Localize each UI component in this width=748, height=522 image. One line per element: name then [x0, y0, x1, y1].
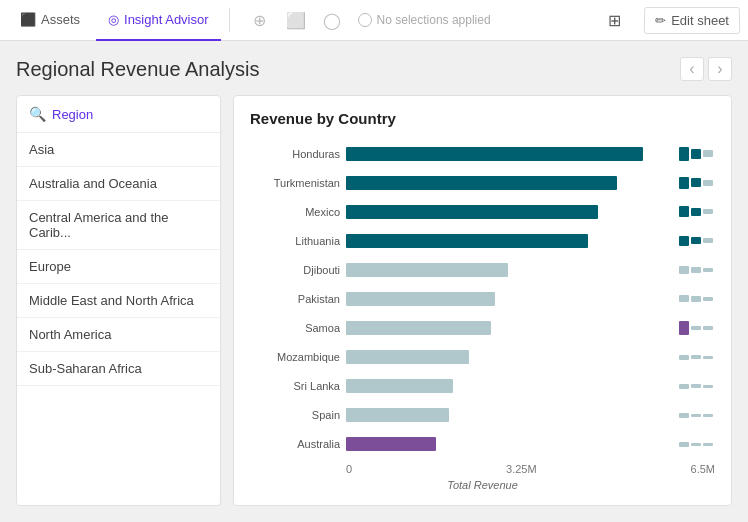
- no-selections-label: No selections applied: [377, 13, 491, 27]
- sidebar-field-label: Region: [52, 107, 93, 122]
- bar-row: Sri Lanka: [250, 375, 715, 397]
- sidebar-item-asia[interactable]: Asia: [17, 133, 220, 167]
- bar-row: Turkmenistan: [250, 172, 715, 194]
- toolbar: ⊕ ⬜ ◯: [246, 6, 346, 34]
- edit-sheet-button[interactable]: ✏ Edit sheet: [644, 7, 740, 34]
- bar-track: [346, 292, 669, 306]
- tab-insight-advisor[interactable]: ◎ Insight Advisor: [96, 0, 221, 41]
- chart-area: HondurasTurkmenistanMexicoLithuaniaDjibo…: [250, 139, 715, 491]
- bar-label: Mozambique: [250, 351, 340, 363]
- lasso-icon[interactable]: ⊕: [246, 6, 274, 34]
- sidebar-item-central-america[interactable]: Central America and the Carib...: [17, 201, 220, 250]
- mini-bars: [679, 384, 715, 389]
- bar-label: Pakistan: [250, 293, 340, 305]
- x-label-325m: 3.25M: [506, 463, 537, 475]
- bar-fill: [346, 379, 453, 393]
- bar-label: Honduras: [250, 148, 340, 160]
- assets-label: Assets: [41, 12, 80, 27]
- mini-bar: [679, 355, 689, 360]
- bar-label: Mexico: [250, 206, 340, 218]
- chart-x-title: Total Revenue: [250, 479, 715, 491]
- bar-label: Sri Lanka: [250, 380, 340, 392]
- bar-fill: [346, 147, 643, 161]
- bar-track: [346, 321, 669, 335]
- mini-bars: [679, 321, 715, 335]
- x-label-65m: 6.5M: [691, 463, 715, 475]
- sidebar: 🔍 Region Asia Australia and Oceania Cent…: [16, 95, 221, 506]
- sidebar-item-europe[interactable]: Europe: [17, 250, 220, 284]
- bar-track: [346, 379, 669, 393]
- next-arrow[interactable]: ›: [708, 57, 732, 81]
- mini-bar: [691, 178, 701, 187]
- mini-bars: [679, 413, 715, 418]
- mini-bar: [691, 267, 701, 273]
- mini-bar: [703, 268, 713, 272]
- bar-label: Australia: [250, 438, 340, 450]
- bar-label: Spain: [250, 409, 340, 421]
- mini-bar: [679, 384, 689, 389]
- bar-fill: [346, 176, 617, 190]
- bar-fill: [346, 321, 491, 335]
- x-axis-labels: 0 3.25M 6.5M: [346, 463, 715, 475]
- mini-bar: [703, 209, 713, 214]
- bar-track: [346, 350, 669, 364]
- insight-advisor-label: Insight Advisor: [124, 12, 209, 27]
- bar-fill: [346, 205, 598, 219]
- mini-bar: [679, 321, 689, 335]
- rectangle-select-icon[interactable]: ⬜: [282, 6, 310, 34]
- sidebar-list: Asia Australia and Oceania Central Ameri…: [17, 133, 220, 505]
- bar-fill: [346, 437, 436, 451]
- page-header: Regional Revenue Analysis ‹ ›: [16, 57, 732, 81]
- mini-bar: [703, 385, 713, 388]
- mini-bar: [691, 443, 701, 446]
- sidebar-item-sub-saharan[interactable]: Sub-Saharan Africa: [17, 352, 220, 386]
- mini-bar: [691, 237, 701, 244]
- mini-bar: [691, 208, 701, 216]
- grid-view-icon[interactable]: ⊞: [600, 6, 628, 34]
- mini-bars: [679, 236, 715, 246]
- bar-row: Pakistan: [250, 288, 715, 310]
- mini-bar: [703, 356, 713, 359]
- mini-bar: [691, 414, 701, 417]
- mini-bar: [691, 326, 701, 330]
- page-title: Regional Revenue Analysis: [16, 58, 260, 81]
- bar-label: Turkmenistan: [250, 177, 340, 189]
- prev-arrow[interactable]: ‹: [680, 57, 704, 81]
- pagination-arrows: ‹ ›: [680, 57, 732, 81]
- bar-track: [346, 147, 669, 161]
- bar-track: [346, 408, 669, 422]
- mini-bars: [679, 177, 715, 189]
- mini-bar: [679, 266, 689, 274]
- bar-row: Australia: [250, 433, 715, 455]
- chart-title: Revenue by Country: [250, 110, 715, 127]
- mini-bar: [703, 326, 713, 330]
- sidebar-item-australia[interactable]: Australia and Oceania: [17, 167, 220, 201]
- mini-bar: [679, 236, 689, 246]
- bar-row: Lithuania: [250, 230, 715, 252]
- bar-fill: [346, 350, 469, 364]
- page: Regional Revenue Analysis ‹ › 🔍 Region A…: [0, 41, 748, 522]
- tab-assets[interactable]: ⬛ Assets: [8, 0, 92, 41]
- sidebar-item-middle-east[interactable]: Middle East and North Africa: [17, 284, 220, 318]
- bar-fill: [346, 263, 508, 277]
- content-area: 🔍 Region Asia Australia and Oceania Cent…: [16, 95, 732, 506]
- x-axis: 0 3.25M 6.5M: [250, 463, 715, 475]
- bar-label: Lithuania: [250, 235, 340, 247]
- x-label-0: 0: [346, 463, 352, 475]
- mini-bar: [691, 355, 701, 359]
- mini-bar: [691, 296, 701, 302]
- circle-select-icon[interactable]: ◯: [318, 6, 346, 34]
- mini-bar: [703, 443, 713, 446]
- bar-row: Djibouti: [250, 259, 715, 281]
- bar-row: Spain: [250, 404, 715, 426]
- insight-advisor-icon: ◎: [108, 12, 119, 27]
- bar-fill: [346, 292, 495, 306]
- bar-row: Honduras: [250, 143, 715, 165]
- sidebar-item-north-america[interactable]: North America: [17, 318, 220, 352]
- bar-track: [346, 437, 669, 451]
- mini-bar: [691, 384, 701, 388]
- mini-bars: [679, 266, 715, 274]
- mini-bar: [679, 206, 689, 217]
- mini-bar: [703, 180, 713, 186]
- bar-label: Djibouti: [250, 264, 340, 276]
